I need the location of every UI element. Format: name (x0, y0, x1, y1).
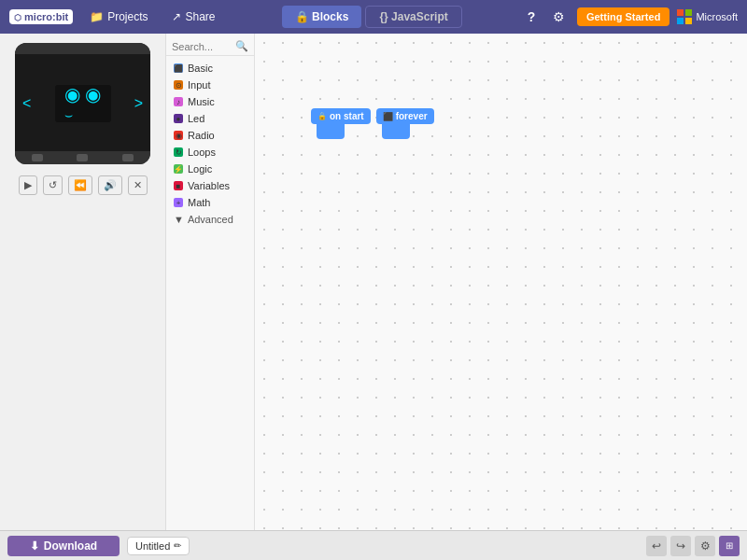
connector-hole (32, 154, 43, 161)
folder-icon: 📁 (90, 10, 104, 23)
math-color-dot: + (174, 198, 183, 207)
help-button[interactable]: ? (521, 7, 542, 27)
javascript-tab[interactable]: {} JavaScript (365, 6, 461, 28)
logic-color-dot: ⚡ (174, 164, 183, 174)
edit-icon: ✏ (174, 540, 181, 551)
connector-hole (77, 154, 88, 161)
on-start-block[interactable]: 🔒 on start (311, 108, 371, 139)
play-button[interactable]: ▶ (19, 175, 37, 195)
bottom-right-controls: ↩ ↪ ⚙ ⊞ (646, 536, 740, 556)
tab-group: 🔒 Blocks {} JavaScript (233, 6, 512, 28)
share-button[interactable]: ↗ Share (164, 7, 222, 27)
toolbox-item-math[interactable]: + Math (166, 194, 254, 211)
file-tab[interactable]: Untitled ✏ (127, 537, 190, 555)
on-start-body (317, 124, 345, 139)
microbit-device: < ◉ ◉⌣ > 0 1 2 3V GND (15, 43, 150, 164)
search-box: 🔍 (166, 37, 254, 56)
slow-button[interactable]: ⏪ (68, 175, 92, 195)
download-button[interactable]: ⬇ Download (7, 536, 120, 556)
simulator-panel: < ◉ ◉⌣ > 0 1 2 3V GND ▶ ↺ ⏪ 🔊 ✕ (0, 34, 166, 530)
zoom-button[interactable]: ⊞ (719, 536, 740, 556)
toolbox-item-input[interactable]: ⊙ Input (166, 77, 254, 93)
share-icon: ↗ (172, 10, 181, 23)
music-color-dot: ♪ (174, 97, 183, 106)
toolbox-item-loops[interactable]: ↻ Loops (166, 144, 254, 161)
toolbox-item-music[interactable]: ♪ Music (166, 93, 254, 110)
undo-button[interactable]: ↩ (646, 536, 667, 556)
advanced-section[interactable]: ▼ Advanced (166, 211, 254, 228)
toolbox-item-variables[interactable]: ■ Variables (166, 177, 254, 194)
sound-button[interactable]: 🔊 (98, 175, 122, 195)
microsoft-logo[interactable]: Microsoft (677, 9, 738, 24)
loops-color-dot: ↻ (174, 147, 183, 157)
settings-button[interactable]: ⚙ (549, 7, 570, 27)
on-start-header: 🔒 on start (311, 108, 371, 124)
undo-icon: ↩ (652, 539, 661, 553)
variables-color-dot: ■ (174, 181, 183, 190)
face-display: ◉ ◉⌣ (64, 85, 102, 122)
led-color-dot: ● (174, 114, 183, 123)
forever-block[interactable]: ⬛ forever (376, 108, 434, 139)
navbar: ⬡ micro:bit 📁 Projects ↗ Share 🔒 Blocks … (0, 0, 747, 34)
toolbox-item-logic[interactable]: ⚡ Logic (166, 161, 254, 177)
toolbox-item-radio[interactable]: ◉ Radio (166, 127, 254, 144)
logo-badge: ⬡ micro:bit (9, 9, 73, 24)
bottom-connectors (15, 151, 150, 164)
blocks-container: 🔒 on start ⬛ forever (311, 108, 434, 139)
forever-body (382, 124, 410, 139)
close-sim-button[interactable]: ✕ (128, 175, 148, 195)
blocks-area: 🔒 on start ⬛ forever (311, 108, 434, 139)
navbar-right: ? ⚙ Getting Started Microsoft (521, 7, 738, 27)
left-button-icon[interactable]: < (22, 95, 31, 112)
input-color-dot: ⊙ (174, 80, 183, 90)
getting-started-button[interactable]: Getting Started (577, 7, 669, 26)
blocks-icon: 🔒 (295, 10, 309, 23)
search-icon: 🔍 (235, 40, 248, 52)
redo-icon: ↪ (676, 539, 685, 553)
top-connectors (15, 43, 150, 54)
settings-icon: ⚙ (700, 539, 711, 553)
restart-button[interactable]: ↺ (43, 175, 63, 195)
sim-controls: ▶ ↺ ⏪ 🔊 ✕ (19, 175, 148, 195)
workspace[interactable]: 🔒 on start ⬛ forever (255, 34, 747, 530)
download-icon: ⬇ (30, 539, 39, 553)
connector-hole (122, 154, 134, 161)
toolbox-item-basic[interactable]: ⬛ Basic (166, 60, 254, 77)
toolbox-panel: 🔍 ⬛ Basic ⊙ Input ♪ Music ● Led ◉ Radio … (166, 34, 255, 530)
forever-header: ⬛ forever (376, 108, 434, 124)
on-start-icon: 🔒 (317, 112, 327, 120)
zoom-icon: ⊞ (726, 540, 733, 551)
projects-button[interactable]: 📁 Projects (82, 7, 155, 27)
toolbox-item-led[interactable]: ● Led (166, 110, 254, 127)
led-screen: ◉ ◉⌣ (55, 85, 111, 122)
app-logo[interactable]: ⬡ micro:bit (9, 9, 73, 24)
js-icon: {} (379, 10, 388, 23)
right-button-icon[interactable]: > (134, 95, 143, 112)
bottom-bar: ⬇ Download Untitled ✏ ↩ ↪ ⚙ ⊞ (0, 530, 747, 560)
forever-icon: ⬛ (383, 112, 393, 121)
redo-button[interactable]: ↪ (670, 536, 691, 556)
logo-text: micro:bit (24, 11, 68, 22)
chevron-down-icon: ▼ (174, 214, 184, 225)
radio-color-dot: ◉ (174, 131, 183, 140)
blocks-tab[interactable]: 🔒 Blocks (282, 6, 362, 28)
basic-color-dot: ⬛ (174, 63, 183, 73)
search-input[interactable] (172, 41, 235, 52)
main-area: < ◉ ◉⌣ > 0 1 2 3V GND ▶ ↺ ⏪ 🔊 ✕ (0, 34, 747, 530)
bottom-settings-button[interactable]: ⚙ (695, 536, 715, 556)
